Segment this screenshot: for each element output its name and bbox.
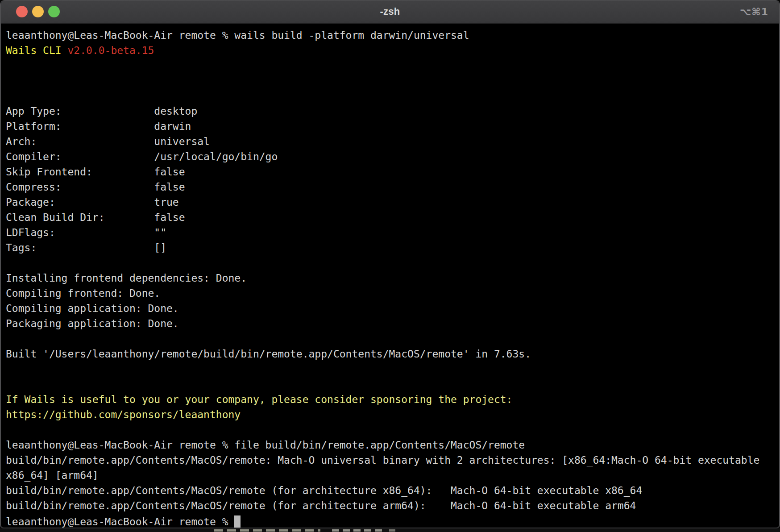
terminal-line: [6, 377, 779, 392]
zoom-button-icon[interactable]: [48, 6, 60, 17]
terminal-line: build/bin/remote.app/Contents/MacOS/remo…: [6, 453, 779, 468]
terminal-text-segment: build/bin/remote.app/Contents/MacOS/remo…: [6, 500, 636, 511]
terminal-text-segment: Packaging application: Done.: [6, 318, 179, 329]
terminal-text-segment: https://github.com/sponsors/leaanthony: [6, 409, 241, 420]
terminal-line: Built '/Users/leaanthony/remote/build/bi…: [6, 346, 779, 362]
terminal-text-segment: Compiler: /usr/local/go/bin/go: [6, 151, 278, 162]
terminal-cursor: [234, 515, 241, 528]
terminal-line: Skip Frontend: false: [6, 164, 779, 179]
terminal-line: Tags: []: [6, 240, 779, 255]
terminal-text-segment: build/bin/remote.app/Contents/MacOS/remo…: [6, 485, 642, 496]
terminal-line: App Type: desktop: [6, 104, 779, 119]
close-button-icon[interactable]: [16, 6, 28, 17]
traffic-lights: [16, 6, 60, 17]
terminal-line: x86_64] [arm64]: [6, 468, 779, 483]
terminal-line: Platform: darwin: [6, 119, 779, 134]
terminal-line: [6, 331, 779, 346]
terminal-line: build/bin/remote.app/Contents/MacOS/remo…: [6, 498, 779, 513]
terminal-line: Package: true: [6, 195, 779, 210]
window-title: -zsh: [380, 6, 400, 17]
terminal-text-segment: LDFlags: "": [6, 227, 166, 238]
terminal-text-segment: If Wails is useful to you or your compan…: [6, 394, 512, 405]
minimize-button-icon[interactable]: [32, 6, 44, 17]
terminal-line: Compress: false: [6, 179, 779, 195]
terminal-text-segment: Compiling frontend: Done.: [6, 287, 160, 299]
terminal-line: leaanthony@Leas-MacBook-Air remote % wai…: [6, 28, 779, 43]
terminal-output[interactable]: leaanthony@Leas-MacBook-Air remote % wai…: [1, 24, 779, 528]
terminal-line: [6, 88, 779, 104]
clipped-text-fragment: [332, 529, 385, 532]
terminal-line: If Wails is useful to you or your compan…: [6, 392, 779, 407]
terminal-line: https://github.com/sponsors/leaanthony: [6, 407, 779, 422]
terminal-line: Compiler: /usr/local/go/bin/go: [6, 149, 779, 164]
terminal-window: -zsh ⌥⌘1 leaanthony@Leas-MacBook-Air rem…: [0, 0, 780, 528]
terminal-line: Compiling application: Done.: [6, 301, 779, 316]
terminal-text-segment: x86_64] [arm64]: [6, 470, 99, 481]
terminal-text-segment: Clean Build Dir: false: [6, 212, 185, 223]
terminal-text-segment: Compress: false: [6, 181, 185, 193]
terminal-line: [6, 73, 779, 88]
terminal-line: Clean Build Dir: false: [6, 210, 779, 225]
terminal-text-segment: Platform: darwin: [6, 121, 191, 132]
terminal-text-segment: Compiling application: Done.: [6, 303, 179, 314]
terminal-text-segment: leaanthony@Leas-MacBook-Air remote % wai…: [6, 29, 469, 41]
terminal-text-segment: Built '/Users/leaanthony/remote/build/bi…: [6, 348, 531, 360]
terminal-text-segment: leaanthony@Leas-MacBook-Air remote %: [6, 516, 234, 528]
terminal-text-segment: Tags: []: [6, 242, 166, 254]
terminal-line: [6, 255, 779, 270]
terminal-text-segment: build/bin/remote.app/Contents/MacOS/remo…: [6, 454, 759, 466]
terminal-line: [6, 362, 779, 377]
terminal-text-segment: v2.0.0-beta.15: [67, 45, 154, 56]
terminal-text-segment: leaanthony@Leas-MacBook-Air remote % fil…: [6, 439, 525, 451]
terminal-text-segment: App Type: desktop: [6, 105, 197, 117]
terminal-line: build/bin/remote.app/Contents/MacOS/remo…: [6, 483, 779, 498]
terminal-line: [6, 58, 779, 73]
terminal-line: Wails CLI v2.0.0-beta.15: [6, 43, 779, 58]
terminal-line: Compiling frontend: Done.: [6, 286, 779, 301]
terminal-line: leaanthony@Leas-MacBook-Air remote % fil…: [6, 437, 779, 453]
background-window-peek: [0, 528, 780, 532]
terminal-text-segment: Installing frontend dependencies: Done.: [6, 272, 247, 284]
terminal-line: [6, 422, 779, 437]
keyboard-shortcut-badge: ⌥⌘1: [740, 6, 768, 17]
terminal-text-segment: Skip Frontend: false: [6, 166, 185, 178]
clipped-text-fragment: [214, 529, 320, 532]
terminal-line: Packaging application: Done.: [6, 316, 779, 331]
terminal-line: LDFlags: "": [6, 225, 779, 240]
terminal-line: Installing frontend dependencies: Done.: [6, 270, 779, 286]
terminal-text-segment: Arch: universal: [6, 136, 210, 147]
terminal-line: leaanthony@Leas-MacBook-Air remote %: [6, 513, 779, 528]
clipped-text-fragment: [389, 529, 395, 532]
terminal-text-segment: Package: true: [6, 196, 179, 208]
terminal-text-segment: Wails CLI: [6, 45, 67, 56]
titlebar[interactable]: -zsh ⌥⌘1: [1, 0, 779, 24]
terminal-line: Arch: universal: [6, 134, 779, 149]
